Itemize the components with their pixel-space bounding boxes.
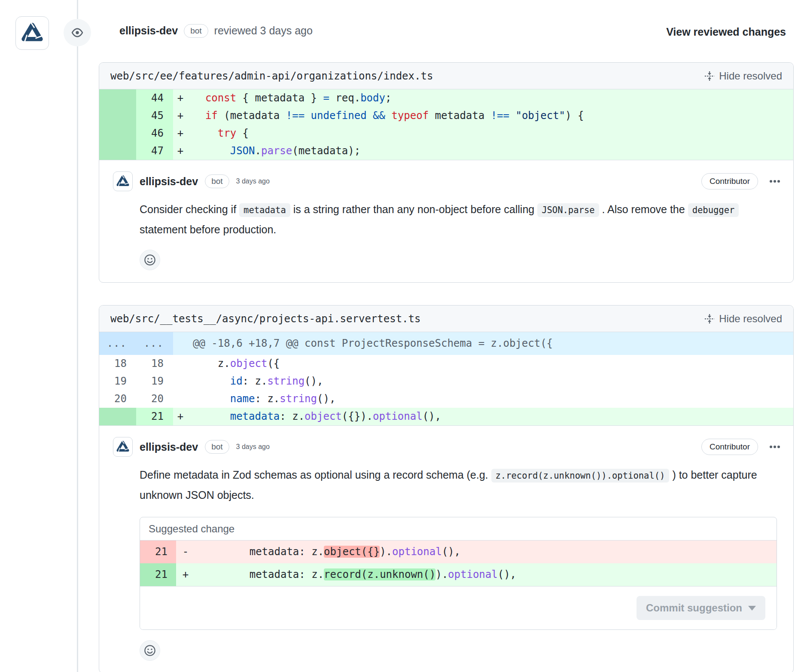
review-comment: ellipsis-dev bot 3 days ago Contributor …: [99, 426, 793, 672]
diff-marker: -: [176, 541, 195, 563]
hide-resolved-button[interactable]: Hide resolved: [704, 313, 782, 325]
suggested-change-block: Suggested change 21 - metadata: z.object…: [140, 517, 777, 630]
kebab-icon: [769, 180, 780, 183]
code-line: metadata: z.object({}).optional(),: [188, 408, 793, 425]
ellipsis-logo-icon: [116, 174, 130, 189]
diff-file-header: web/src/ee/features/admin-api/organizati…: [99, 63, 793, 89]
file-path[interactable]: web/src/__tests__/async/projects-api.ser…: [110, 313, 420, 325]
review-title-line: ellipsis-dev bot reviewed 3 days ago: [119, 24, 313, 38]
diff-line-added: 46 + try {: [99, 125, 793, 142]
review-thread-card-1: web/src/ee/features/admin-api/organizati…: [99, 62, 794, 283]
comment-timestamp[interactable]: 3 days ago: [236, 443, 270, 451]
bot-badge: bot: [205, 174, 229, 188]
new-line-number: 47: [136, 142, 173, 160]
suggestion-footer: Commit suggestion: [140, 586, 777, 629]
comment-author[interactable]: ellipsis-dev: [140, 441, 198, 453]
dropdown-caret-icon: [748, 606, 756, 611]
review-action-text: reviewed 3 days ago: [214, 24, 313, 37]
diff-line-added: 44 + const { metadata } = req.body;: [99, 89, 793, 107]
diff-marker: +: [173, 107, 188, 125]
line-number: 21: [140, 563, 176, 586]
hunk-gutter: ... ...: [99, 332, 173, 355]
comment-timestamp[interactable]: 3 days ago: [236, 177, 270, 185]
old-line-number: 19: [99, 373, 136, 390]
avatar[interactable]: [113, 437, 133, 457]
reviewer-name[interactable]: ellipsis-dev: [119, 24, 178, 37]
comment-menu-button[interactable]: [769, 180, 780, 183]
ellipsis-logo-icon: [116, 440, 130, 454]
old-line-number: 18: [99, 355, 136, 373]
old-line-number: [99, 408, 136, 425]
hide-resolved-label: Hide resolved: [719, 313, 782, 325]
review-thread-card-2: web/src/__tests__/async/projects-api.ser…: [99, 305, 794, 672]
view-reviewed-changes-link[interactable]: View reviewed changes: [666, 26, 786, 38]
diff-line-added: 45 + if (metadata !== undefined && typeo…: [99, 107, 793, 125]
comment-body: Consider checking if metadata is a strin…: [140, 200, 780, 239]
add-reaction-button[interactable]: [140, 250, 160, 270]
diff-marker: [173, 373, 188, 390]
diff-marker: +: [176, 563, 195, 586]
fold-icon: [704, 314, 715, 324]
new-line-number: 44: [136, 89, 173, 107]
diff-line-added: 47 + JSON.parse(metadata);: [99, 142, 793, 160]
comment-header-actions: Contributor: [701, 439, 780, 455]
fold-icon: [704, 71, 715, 81]
diff-file-header: web/src/__tests__/async/projects-api.ser…: [99, 305, 793, 332]
code-line: JSON.parse(metadata);: [188, 142, 793, 160]
hunk-header-row: ... ... @@ -18,6 +18,7 @@ const ProjectR…: [99, 332, 793, 355]
old-line-number: [99, 125, 136, 142]
smiley-icon: [144, 254, 156, 266]
code-line: if (metadata !== undefined && typeof met…: [188, 107, 793, 125]
comment-header-actions: Contributor: [701, 173, 780, 189]
code-line: const { metadata } = req.body;: [188, 89, 793, 107]
diff-marker: +: [173, 408, 188, 425]
comment-body: Define metadata in Zod schemas as option…: [140, 465, 780, 505]
reviewer-avatar[interactable]: [15, 16, 49, 50]
diff-marker: +: [173, 142, 188, 160]
code-line: z.object({: [188, 355, 793, 373]
hunk-header-text: @@ -18,6 +18,7 @@ const ProjectResponseS…: [173, 332, 793, 355]
diff-block: ... ... @@ -18,6 +18,7 @@ const ProjectR…: [99, 332, 793, 426]
file-path[interactable]: web/src/ee/features/admin-api/organizati…: [110, 70, 433, 82]
suggestion-line-added: 21 + metadata: z.record(z.unknown()).opt…: [140, 563, 777, 586]
contributor-badge: Contributor: [701, 439, 758, 455]
hunk-dots: ...: [136, 332, 173, 355]
contributor-badge: Contributor: [701, 173, 758, 189]
suggested-change-title: Suggested change: [140, 517, 777, 541]
old-line-number: [99, 107, 136, 125]
comment-header: ellipsis-dev bot 3 days ago Contributor: [113, 437, 780, 457]
diff-marker: +: [173, 89, 188, 107]
commit-suggestion-label: Commit suggestion: [646, 602, 742, 614]
code-line: try {: [188, 125, 793, 142]
line-number: 21: [140, 541, 176, 563]
ellipsis-logo-icon: [20, 21, 45, 46]
diff-line-context: 20 20 name: z.string(),: [99, 390, 793, 408]
diff-line-context: 18 18 z.object({: [99, 355, 793, 373]
review-comment: ellipsis-dev bot 3 days ago Contributor …: [99, 160, 793, 282]
old-line-number: [99, 142, 136, 160]
review-eye-badge: [64, 19, 91, 46]
timeline-line: [77, 0, 78, 672]
commit-suggestion-button[interactable]: Commit suggestion: [637, 596, 765, 620]
new-line-number: 19: [136, 373, 173, 390]
suggestion-line-deleted: 21 - metadata: z.object({}).optional(),: [140, 541, 777, 563]
add-reaction-button[interactable]: [140, 640, 160, 661]
diff-marker: [173, 390, 188, 408]
hide-resolved-button[interactable]: Hide resolved: [704, 70, 782, 82]
comment-menu-button[interactable]: [769, 445, 780, 449]
code-line: metadata: z.record(z.unknown()).optional…: [195, 563, 777, 586]
comment-author[interactable]: ellipsis-dev: [140, 175, 198, 188]
old-line-number: [99, 89, 136, 107]
bot-badge: bot: [205, 440, 229, 454]
new-line-number: 46: [136, 125, 173, 142]
avatar[interactable]: [113, 171, 133, 191]
code-line: id: z.string(),: [188, 373, 793, 390]
bot-badge: bot: [184, 24, 208, 38]
kebab-icon: [769, 445, 780, 449]
diff-line-context: 19 19 id: z.string(),: [99, 373, 793, 390]
smiley-icon: [144, 645, 156, 657]
new-line-number: 20: [136, 390, 173, 408]
diff-line-added: 21 + metadata: z.object({}).optional(),: [99, 408, 793, 425]
eye-icon: [71, 27, 83, 39]
hide-resolved-label: Hide resolved: [719, 70, 782, 82]
